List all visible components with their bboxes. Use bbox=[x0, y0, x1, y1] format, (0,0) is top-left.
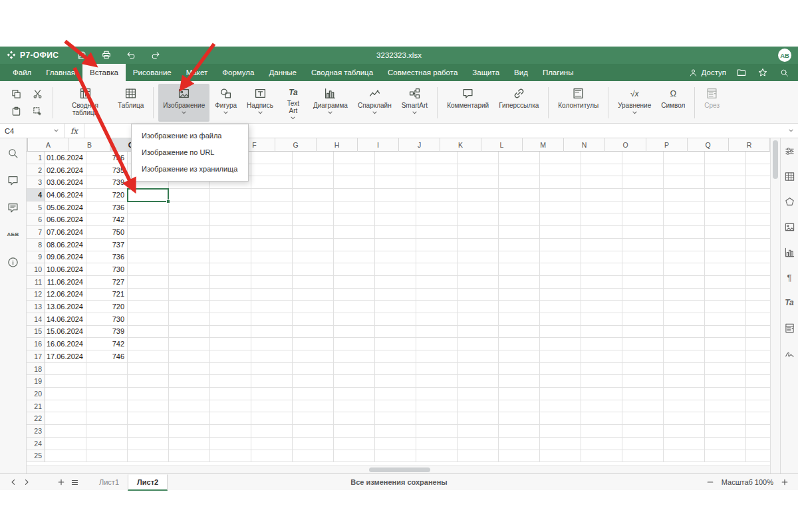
cell-B24[interactable] bbox=[86, 438, 128, 450]
cell-H24[interactable] bbox=[334, 438, 375, 450]
cell-Q20[interactable] bbox=[705, 388, 746, 400]
cell-P23[interactable] bbox=[664, 425, 705, 438]
cell-E7[interactable] bbox=[210, 226, 251, 239]
cell-B25[interactable] bbox=[86, 450, 128, 463]
cell-I25[interactable] bbox=[375, 450, 416, 463]
cell-Q10[interactable] bbox=[705, 263, 746, 276]
cell-A16[interactable]: 16.06.2024 bbox=[45, 338, 86, 350]
sheet-tab-2[interactable]: Лист2 bbox=[128, 474, 168, 491]
cell-C22[interactable] bbox=[128, 412, 169, 425]
cell-L4[interactable] bbox=[499, 189, 540, 201]
cell-G4[interactable] bbox=[293, 189, 334, 201]
cell-C19[interactable] bbox=[128, 375, 169, 388]
cell-G7[interactable] bbox=[293, 226, 334, 239]
dropdown-item-3[interactable]: Изображение из хранилища bbox=[132, 161, 248, 178]
cell-K8[interactable] bbox=[458, 239, 499, 251]
cell-B6[interactable]: 742 bbox=[86, 213, 128, 226]
cell-F12[interactable] bbox=[251, 289, 293, 301]
cell-N23[interactable] bbox=[581, 425, 622, 438]
cell-L15[interactable] bbox=[499, 326, 540, 338]
cell-A25[interactable] bbox=[45, 450, 86, 463]
cell-J12[interactable] bbox=[416, 289, 458, 301]
add-sheet-button[interactable] bbox=[55, 475, 68, 489]
cell-K25[interactable] bbox=[458, 450, 499, 463]
cell-J15[interactable] bbox=[416, 326, 458, 338]
cell-B12[interactable]: 721 bbox=[86, 289, 128, 301]
cell-H2[interactable] bbox=[334, 164, 375, 177]
cell-H17[interactable] bbox=[334, 350, 375, 363]
cell-E17[interactable] bbox=[210, 350, 251, 363]
about-button[interactable] bbox=[5, 254, 21, 270]
cell-O5[interactable] bbox=[622, 201, 664, 214]
cell-J10[interactable] bbox=[416, 263, 458, 276]
cell-Q24[interactable] bbox=[705, 438, 746, 450]
select-button[interactable] bbox=[29, 104, 45, 119]
cell-R5[interactable] bbox=[746, 201, 770, 214]
cell-K3[interactable] bbox=[458, 176, 499, 189]
cell-A14[interactable]: 14.06.2024 bbox=[45, 313, 86, 326]
cell-P25[interactable] bbox=[664, 450, 705, 463]
cell-K21[interactable] bbox=[458, 400, 499, 413]
row-header-5[interactable]: 5 bbox=[27, 201, 45, 214]
cell-Q11[interactable] bbox=[705, 276, 746, 289]
cell-F17[interactable] bbox=[251, 350, 293, 363]
expand-formula-bar-button[interactable] bbox=[783, 128, 798, 134]
table-button[interactable]: Таблица bbox=[113, 84, 148, 122]
cell-E4[interactable] bbox=[210, 189, 251, 201]
cell-J1[interactable] bbox=[416, 152, 458, 164]
cell-B5[interactable]: 736 bbox=[86, 201, 128, 214]
cell-A1[interactable]: 01.06.2024 bbox=[45, 152, 86, 164]
menu-tab-pivot[interactable]: Сводная таблица bbox=[304, 64, 380, 81]
column-header-L[interactable]: L bbox=[481, 138, 523, 152]
cell-L25[interactable] bbox=[499, 450, 540, 463]
cell-R18[interactable] bbox=[746, 363, 770, 376]
menu-tab-view[interactable]: Вид bbox=[507, 64, 535, 81]
cell-A18[interactable] bbox=[45, 363, 86, 376]
cell-M9[interactable] bbox=[540, 251, 581, 264]
cell-A7[interactable]: 07.06.2024 bbox=[45, 226, 86, 239]
cell-B21[interactable] bbox=[86, 400, 128, 413]
cell-I20[interactable] bbox=[375, 388, 416, 400]
cell-Q9[interactable] bbox=[705, 251, 746, 264]
cell-K11[interactable] bbox=[458, 276, 499, 289]
cell-D11[interactable] bbox=[169, 276, 210, 289]
pivot-table-button[interactable]: Сводная таблица bbox=[58, 84, 112, 122]
cell-Q16[interactable] bbox=[705, 338, 746, 350]
cell-B9[interactable]: 736 bbox=[86, 251, 128, 264]
cell-R8[interactable] bbox=[746, 239, 770, 251]
cell-M21[interactable] bbox=[540, 400, 581, 413]
redo-button[interactable] bbox=[149, 49, 162, 62]
cell-G1[interactable] bbox=[293, 152, 334, 164]
cell-G19[interactable] bbox=[293, 375, 334, 388]
cell-M14[interactable] bbox=[540, 313, 581, 326]
vertical-scroll-thumb[interactable] bbox=[773, 140, 778, 179]
cell-H11[interactable] bbox=[334, 276, 375, 289]
cell-P3[interactable] bbox=[664, 176, 705, 189]
cell-M4[interactable] bbox=[540, 189, 581, 201]
cell-M10[interactable] bbox=[540, 263, 581, 276]
row-header-10[interactable]: 10 bbox=[27, 263, 45, 276]
row-header-4[interactable]: 4 bbox=[27, 189, 45, 201]
cell-A12[interactable]: 12.06.2024 bbox=[45, 289, 86, 301]
dropdown-item-1[interactable]: Изображение из файла bbox=[132, 128, 248, 144]
cell-B19[interactable] bbox=[86, 375, 128, 388]
cell-N16[interactable] bbox=[581, 338, 622, 350]
cell-I24[interactable] bbox=[375, 438, 416, 450]
cell-D4[interactable] bbox=[169, 189, 210, 201]
cell-R14[interactable] bbox=[746, 313, 770, 326]
cell-B10[interactable]: 730 bbox=[86, 263, 128, 276]
cell-I11[interactable] bbox=[375, 276, 416, 289]
cell-C24[interactable] bbox=[128, 438, 169, 450]
cell-F13[interactable] bbox=[251, 301, 293, 313]
cell-E21[interactable] bbox=[210, 400, 251, 413]
cell-M3[interactable] bbox=[540, 176, 581, 189]
cell-A4[interactable]: 04.06.2024 bbox=[45, 189, 86, 201]
horizontal-scroll-thumb[interactable] bbox=[369, 467, 430, 472]
menu-tab-collaboration[interactable]: Совместная работа bbox=[380, 64, 465, 81]
cell-G16[interactable] bbox=[293, 338, 334, 350]
cell-C21[interactable] bbox=[128, 400, 169, 413]
cell-C25[interactable] bbox=[128, 450, 169, 463]
select-all-button[interactable] bbox=[27, 138, 28, 152]
cell-M15[interactable] bbox=[540, 326, 581, 338]
chevron-down-icon[interactable] bbox=[53, 128, 59, 134]
